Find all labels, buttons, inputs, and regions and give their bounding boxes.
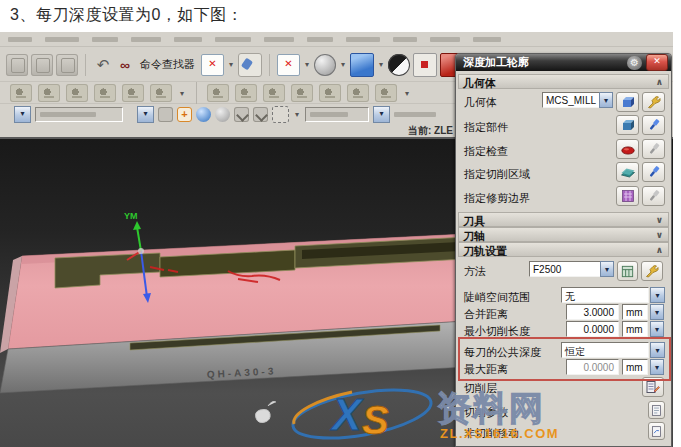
cut-levels-button[interactable] [642, 377, 664, 397]
close-icon[interactable]: ✕ [646, 54, 668, 71]
steep-combo-arrow[interactable]: ▾ [650, 287, 665, 303]
depth-per-cut-combo[interactable]: 恒定 [561, 342, 649, 358]
display-check-button[interactable] [642, 139, 665, 159]
replay-toolpath-icon[interactable] [235, 84, 257, 102]
edit-operation-icon[interactable] [150, 84, 172, 102]
edit-geometry-button[interactable] [642, 92, 665, 112]
menu-item[interactable] [92, 37, 118, 42]
chevron-up-icon[interactable]: ∧ [656, 245, 663, 255]
create-program-icon[interactable] [10, 84, 32, 102]
method-combo-arrow[interactable]: ▾ [600, 261, 614, 277]
display-cut-area-button[interactable] [642, 162, 665, 182]
window-close-icon[interactable]: ✕ [201, 54, 224, 76]
section-view-icon[interactable] [314, 54, 336, 76]
non-cutting-button[interactable] [648, 422, 665, 440]
dropdown-arrow-icon[interactable]: ▾ [377, 60, 385, 69]
generate-toolpath-icon[interactable] [207, 84, 229, 102]
display-trim-button[interactable] [642, 186, 665, 206]
merge-unit-arrow[interactable]: ▾ [650, 304, 664, 320]
specify-part-label: 指定部件 [464, 120, 508, 135]
create-method-icon[interactable] [94, 84, 116, 102]
display-part-button[interactable] [642, 115, 665, 135]
select-part-button[interactable] [616, 115, 639, 135]
command-finder-icon[interactable]: ∞ [116, 57, 134, 73]
shaded-view-icon[interactable] [350, 53, 374, 77]
window-close-icon[interactable]: ✕ [277, 54, 300, 76]
menu-item[interactable] [346, 37, 380, 42]
save-icon[interactable] [56, 54, 78, 76]
rectangle-select-icon[interactable] [272, 106, 289, 123]
view-dropdown[interactable]: ▾ [373, 106, 390, 123]
min-cut-unit-box[interactable]: mm [622, 321, 648, 337]
list-toolpath-icon[interactable] [291, 84, 313, 102]
merge-distance-input[interactable]: 3.0000 [566, 304, 619, 320]
dialog-titlebar[interactable]: 深度加工轮廓 ⚙ ✕ [456, 54, 671, 71]
new-method-button[interactable] [617, 261, 638, 281]
chevron-down-icon[interactable]: ∨ [656, 230, 663, 240]
min-cut-input[interactable]: 0.0000 [566, 321, 619, 337]
max-distance-unit-box[interactable]: mm [622, 359, 648, 375]
tool-display-icon[interactable] [238, 53, 262, 77]
menu-item[interactable] [174, 37, 202, 42]
dropdown-arrow-icon[interactable]: ▾ [293, 110, 301, 119]
section-path-settings[interactable]: 刀轨设置 ∧ [458, 242, 669, 257]
max-distance-input[interactable]: 0.0000 [566, 359, 619, 375]
dropdown-arrow-icon[interactable]: ▾ [339, 60, 347, 69]
wcs-display-icon[interactable] [413, 53, 437, 77]
snap-intersection-icon[interactable] [234, 107, 249, 122]
select-check-button[interactable] [616, 139, 639, 159]
create-operation-icon[interactable] [122, 84, 144, 102]
section-geometry[interactable]: 几何体 ∧ [458, 74, 669, 89]
section-tool[interactable]: 刀具 ∨ [458, 212, 669, 227]
highlight-icon[interactable] [158, 107, 173, 122]
dropdown-arrow-icon[interactable]: ▾ [227, 60, 235, 69]
new-file-icon[interactable] [6, 54, 28, 76]
postprocess-icon[interactable] [375, 84, 397, 102]
geometry-combo[interactable]: MCS_MILL [542, 92, 600, 108]
render-style-icon[interactable] [388, 54, 410, 76]
menu-item[interactable] [430, 37, 460, 42]
selection-scope-combo[interactable] [35, 107, 123, 122]
create-tool-icon[interactable] [38, 84, 60, 102]
chevron-down-icon[interactable]: ∨ [656, 215, 663, 225]
geometry-combo-arrow[interactable]: ▾ [599, 92, 613, 108]
verify-toolpath-icon[interactable] [263, 84, 285, 102]
open-file-icon[interactable] [31, 54, 53, 76]
depth-combo-arrow[interactable]: ▾ [650, 342, 665, 358]
machine-icon[interactable] [347, 84, 369, 102]
cutting-params-button[interactable] [648, 401, 665, 419]
section-tool-axis[interactable]: 刀轴 ∨ [458, 227, 669, 242]
scope-dropdown[interactable]: ▾ [137, 106, 154, 123]
view-combo[interactable] [305, 107, 369, 122]
dropdown-arrow-icon[interactable]: ▾ [403, 89, 411, 98]
merge-unit-box[interactable]: mm [622, 304, 648, 320]
menu-item[interactable] [264, 37, 294, 42]
menu-item[interactable] [131, 37, 161, 42]
select-trim-button[interactable] [616, 186, 639, 206]
delete-toolpath-icon[interactable] [319, 84, 341, 102]
gear-icon[interactable]: ⚙ [627, 56, 642, 70]
chevron-up-icon[interactable]: ∧ [656, 77, 663, 87]
snap-arc-center-icon[interactable] [253, 107, 268, 122]
snap-sphere-icon[interactable] [196, 107, 211, 122]
steep-combo[interactable]: 无 [561, 287, 649, 303]
dropdown-arrow-icon[interactable]: ▾ [303, 60, 311, 69]
type-filter-dropdown[interactable]: ▾ [14, 106, 31, 123]
select-cut-area-button[interactable] [616, 162, 639, 182]
min-cut-unit-arrow[interactable]: ▾ [650, 321, 664, 337]
undo-icon[interactable]: ↶ [93, 56, 113, 74]
create-geometry-icon[interactable] [66, 84, 88, 102]
menu-item[interactable] [393, 37, 417, 42]
snap-midpoint-icon[interactable] [215, 107, 230, 122]
method-combo[interactable]: F2500 [529, 261, 601, 277]
menu-item[interactable] [8, 37, 32, 42]
menu-item[interactable] [45, 37, 79, 42]
dropdown-arrow-icon[interactable]: ▾ [178, 89, 186, 98]
edit-method-button[interactable] [641, 261, 663, 281]
snap-point-icon[interactable]: + [177, 107, 192, 122]
menu-item[interactable] [473, 37, 501, 42]
max-distance-unit-arrow[interactable]: ▾ [650, 359, 664, 375]
new-geometry-button[interactable] [616, 92, 639, 112]
menu-item[interactable] [215, 37, 251, 42]
menu-item[interactable] [307, 37, 333, 42]
